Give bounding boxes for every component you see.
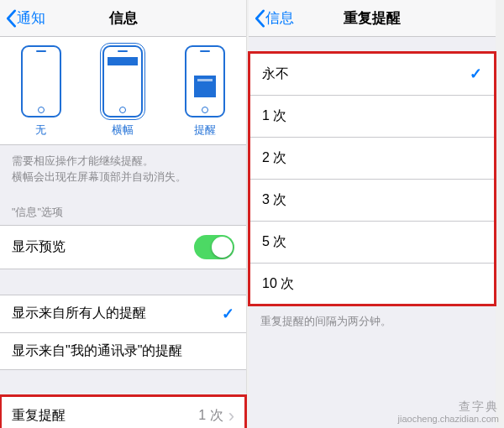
options-group-header: "信息"选项 (0, 194, 246, 225)
show-preview-label: 显示预览 (12, 238, 66, 256)
alert-style-note: 需要相应操作才能继续提醒。 横幅会出现在屏幕顶部并自动消失。 (0, 145, 246, 194)
checkmark-icon: ✓ (222, 305, 234, 323)
repeat-option-label: 10 次 (262, 275, 294, 293)
navbar-right: 信息 重复提醒 (249, 0, 496, 37)
alert-style-alert-label: 提醒 (171, 123, 239, 138)
chevron-left-icon (254, 9, 265, 28)
repeat-option-label: 5 次 (262, 233, 286, 251)
alert-style-banner-label: 横幅 (89, 123, 156, 138)
note-line-2: 横幅会出现在屏幕顶部并自动消失。 (12, 170, 234, 185)
alerts-contacts-label: 显示来自"我的通讯录"的提醒 (12, 342, 182, 360)
nav-back-notifications[interactable]: 通知 (0, 8, 45, 28)
phone-preview-none (21, 45, 61, 117)
checkmark-icon: ✓ (470, 65, 482, 83)
chevron-left-icon (5, 9, 17, 28)
watermark-en: jiaocheng.chazidian.com (398, 414, 499, 425)
repeat-option-never[interactable]: 永不 ✓ (249, 52, 496, 95)
watermark: 查字典 jiaocheng.chazidian.com (398, 399, 499, 425)
navbar-left: 通知 信息 (0, 0, 246, 37)
show-preview-cell[interactable]: 显示预览 (0, 225, 246, 269)
repeat-option-1[interactable]: 1 次 (249, 95, 496, 137)
repeat-footer-note: 重复提醒的间隔为两分钟。 (249, 305, 496, 338)
repeat-option-label: 1 次 (262, 107, 286, 125)
repeat-alerts-cell[interactable]: 重复提醒 1 次 › (0, 395, 246, 429)
alert-style-banner[interactable]: 横幅 (89, 45, 156, 138)
repeat-option-5[interactable]: 5 次 (249, 221, 496, 263)
repeat-option-label: 永不 (262, 65, 289, 83)
repeat-option-label: 3 次 (262, 191, 286, 209)
alert-style-none-label: 无 (8, 123, 75, 138)
repeat-option-label: 2 次 (262, 149, 286, 167)
repeat-alerts-label: 重复提醒 (12, 407, 66, 425)
alert-style-alert[interactable]: 提醒 (171, 45, 239, 138)
watermark-ch: 查字典 (398, 399, 499, 414)
note-line-1: 需要相应操作才能继续提醒。 (12, 154, 234, 170)
repeat-alerts-value: 1 次 (198, 407, 223, 425)
phone-preview-banner (102, 45, 143, 117)
nav-back-label-right: 信息 (265, 8, 294, 28)
repeat-alerts-screen: 信息 重复提醒 永不 ✓ 1 次 2 次 3 次 5 次 10 次 (249, 0, 496, 428)
nav-back-messages[interactable]: 信息 (249, 8, 294, 28)
alert-style-picker: 无 横幅 提醒 (0, 37, 246, 145)
alerts-everyone-cell[interactable]: 显示来自所有人的提醒 ✓ (0, 295, 246, 332)
repeat-option-2[interactable]: 2 次 (249, 137, 496, 179)
chevron-right-icon: › (228, 405, 234, 427)
show-preview-switch[interactable] (194, 235, 234, 259)
alert-style-none[interactable]: 无 (8, 45, 75, 138)
nav-back-label: 通知 (17, 8, 45, 28)
repeat-option-3[interactable]: 3 次 (249, 179, 496, 221)
messages-settings-screen: 通知 信息 无 横幅 提醒 (0, 0, 247, 428)
repeat-option-10[interactable]: 10 次 (249, 263, 496, 305)
alerts-everyone-label: 显示来自所有人的提醒 (12, 305, 146, 322)
phone-preview-alert (185, 45, 225, 117)
alerts-contacts-cell[interactable]: 显示来自"我的通讯录"的提醒 (0, 332, 246, 370)
repeat-options-list: 永不 ✓ 1 次 2 次 3 次 5 次 10 次 (249, 52, 496, 305)
